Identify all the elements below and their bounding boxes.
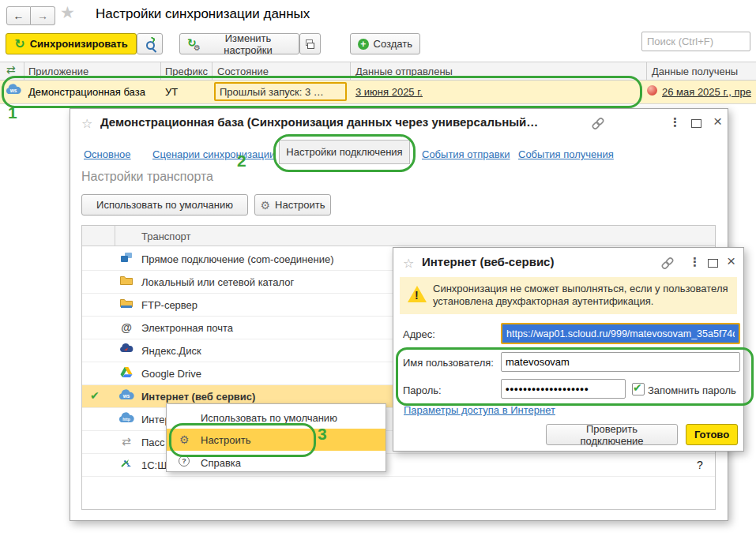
dialog1-title: Демонстрационная база (Синхронизация дан… [100,115,586,129]
back-icon: ← [13,9,24,22]
transport-label: Интернет (веб сервис) [141,391,255,403]
tab-connection-settings[interactable]: Настройки подключения [279,140,410,164]
forward-button[interactable]: → [31,6,55,25]
close-icon[interactable]: × [727,253,735,268]
sync-search-icon [145,38,155,51]
state-cell[interactable]: Прошлый запуск: 3 … [214,82,347,101]
col-header-sent[interactable]: Данные отправлены [355,66,453,77]
warning-mark: ! [415,289,419,302]
tab-scenarios[interactable]: Сценарии синхронизации [152,148,275,160]
use-default-button[interactable]: Использовать по умолчанию [81,194,248,216]
warning-text: Синхронизация не сможет выполняться, есл… [433,283,728,308]
dialog-star-icon[interactable]: ☆ [81,116,92,131]
http-cloud-icon: http [118,412,135,425]
menu-use-default-label: Использовать по умолчанию [201,412,337,424]
bus-icon [118,458,135,470]
more-menu-icon[interactable]: ⋮ [669,116,681,128]
favorite-star-icon[interactable]: ★ [60,3,75,22]
sent-date-link[interactable]: 3 июня 2025 г. [355,86,423,98]
search-input[interactable] [641,32,750,51]
check-connection-button[interactable]: Проверить подключение [546,424,678,445]
row-prefix[interactable]: УТ [165,86,178,98]
transport-col-header[interactable]: Транспорт [141,231,191,242]
configure-button[interactable]: ⚙ Настроить [254,194,331,216]
status-error-icon [647,85,657,96]
svg-text:http: http [122,417,130,422]
open-in-window-button[interactable] [299,33,321,54]
help-question-mark[interactable]: ? [697,459,703,471]
menu-item-configure[interactable]: ⚙ Настроить [167,429,386,451]
maximize-icon[interactable] [691,119,701,128]
email-icon: @ [118,321,135,334]
state-text: Прошлый запуск: 3 … [220,86,324,98]
checkbox-check-icon: ✔ [633,381,642,394]
transport-label: FTP-сервер [141,299,197,311]
maximize-icon[interactable] [708,259,718,268]
col-header-received[interactable]: Данные получены [652,66,738,77]
sync-search-button[interactable] [137,33,163,54]
close-icon[interactable]: × [713,114,722,129]
configure-label: Настроить [275,199,325,211]
tab-send-events[interactable]: События отправки [422,148,510,160]
webservice-dialog: ☆ Интернет (веб-сервис) ⋮ × ! Синхрониза… [393,247,744,452]
transport-label: 1С:Ш [141,459,167,471]
app-screen: ← → ★ Настройки синхронизации данных ↻ С… [0,0,756,536]
transport-label: Электронная почта [141,322,233,334]
dialog-star-icon[interactable]: ☆ [403,256,414,271]
transport-label: Пасс [141,437,165,448]
ws-cloud-icon: ws [6,84,21,97]
ws-cloud-icon: ws [118,389,135,403]
username-label: Имя пользователя: [403,357,494,369]
remember-password-checkbox[interactable]: ✔ [632,383,645,395]
username-input[interactable] [501,352,740,372]
column-separator [160,62,161,81]
open-window-icon [307,39,313,49]
menu-item-help[interactable]: ? Справка [167,452,386,473]
link-icon[interactable] [590,117,606,133]
menu-item-use-default[interactable]: Использовать по умолчанию [167,407,386,428]
received-date-link[interactable]: 26 мая 2025 г., пре [662,86,751,98]
svg-text:ws: ws [9,88,17,93]
done-button[interactable]: Готово [686,424,738,445]
nav-buttons: ← → [6,6,55,25]
more-menu-icon[interactable]: ⋮ [689,256,701,268]
annotation-step2-number: 2 [237,152,246,171]
col-header-state[interactable]: Состояние [217,66,269,77]
column-separator [212,62,213,81]
forward-icon: → [37,9,48,22]
synchronize-button[interactable]: ↻ Синхронизировать [6,33,137,54]
address-input[interactable] [501,323,740,344]
create-button[interactable]: + Создать [350,33,420,54]
ftp-icon [118,298,135,311]
transport-label: Google Drive [141,368,201,380]
tab-receive-events[interactable]: События получения [518,148,614,160]
col-header-prefix[interactable]: Префикс [165,66,208,77]
folder-icon [118,275,135,287]
column-separator [24,62,24,81]
annotation-step1-number: 1 [8,103,17,122]
menu-help-label: Справка [201,457,241,469]
tab-main[interactable]: Основное [84,148,131,160]
passive-icon: ⇄ [118,435,135,448]
transport-context-menu: Использовать по умолчанию ⚙ Настроить ? … [166,403,386,472]
col-header-app[interactable]: Приложение [28,66,88,77]
password-input[interactable] [501,379,626,399]
synchronize-label: Синхронизировать [30,38,128,50]
help-icon: ? [179,455,190,467]
yandex-disk-icon [118,343,135,355]
menu-configure-label: Настроить [201,434,251,446]
row-app-name[interactable]: Демонстрационная база [28,86,145,98]
password-label: Пароль: [403,384,442,396]
internet-access-link[interactable]: Параметры доступа в Интернет [404,404,555,416]
back-button[interactable]: ← [6,6,31,25]
done-label: Готово [694,429,729,440]
svg-text:ws: ws [122,393,130,399]
address-label: Адрес: [403,328,435,340]
transport-label: Яндекс.Диск [141,345,201,357]
transport-label: Локальный или сетевой каталог [141,276,294,288]
link-icon[interactable] [660,257,675,272]
check-connection-label: Проверить подключение [554,423,670,447]
use-default-label: Использовать по умолчанию [96,199,233,211]
edit-settings-button[interactable]: ↻⚙ Изменить настройки [179,33,299,54]
dialog2-title: Интернет (веб-сервис) [422,255,651,268]
